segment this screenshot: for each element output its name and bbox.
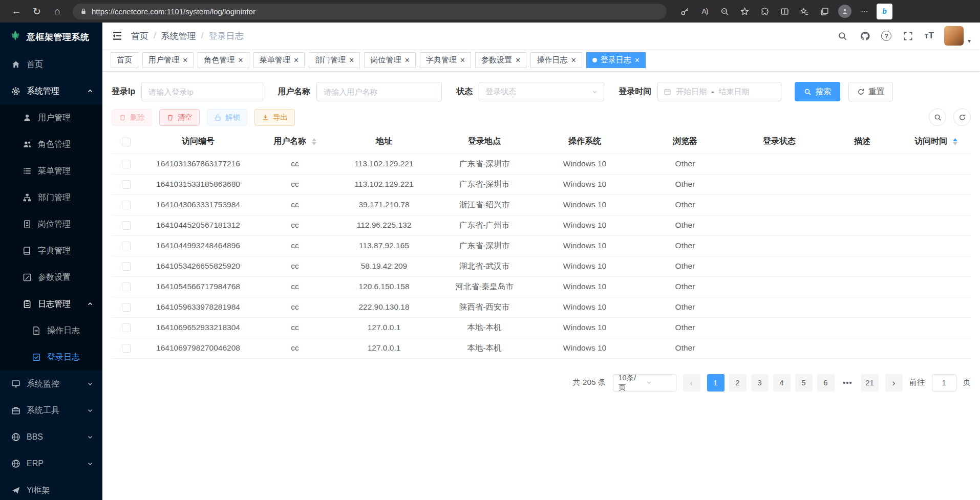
tab-用户管理[interactable]: 用户管理× <box>142 52 194 68</box>
tab-close-icon[interactable]: × <box>349 56 354 64</box>
tab-close-icon[interactable]: × <box>294 56 299 64</box>
sidebar-item-sys-monitor[interactable]: 系统监控 <box>0 371 102 397</box>
row-checkbox[interactable] <box>122 282 131 291</box>
user-avatar[interactable] <box>944 26 964 46</box>
page-size-select[interactable]: 10条/页 <box>613 374 676 392</box>
url-text[interactable]: https://ccnetcore.com:1101/system/log/lo… <box>92 7 255 16</box>
toggle-search-button[interactable] <box>929 108 946 126</box>
read-aloud-icon[interactable]: A) <box>697 4 713 19</box>
page-button-6[interactable]: 6 <box>817 374 835 392</box>
sidebar-item-yi-framework[interactable]: Yi框架 <box>0 477 102 500</box>
browser-back-icon[interactable]: ← <box>8 3 25 19</box>
status-select[interactable]: 登录状态 <box>479 82 604 101</box>
page-button-2[interactable]: 2 <box>729 374 747 392</box>
sidebar-item-op-log[interactable]: 操作日志 <box>0 317 102 344</box>
user-name-input[interactable] <box>316 82 442 101</box>
row-checkbox[interactable] <box>122 160 131 168</box>
prev-page-button[interactable]: ‹ <box>683 374 700 392</box>
col-header-visit-time[interactable]: 访问时间 <box>901 130 971 154</box>
browser-refresh-icon[interactable]: ↻ <box>29 3 45 19</box>
row-checkbox[interactable] <box>122 201 131 209</box>
browser-home-icon[interactable]: ⌂ <box>49 3 66 19</box>
sidebar-item-login-log[interactable]: 登录日志 <box>0 344 102 371</box>
breadcrumb-home[interactable]: 首页 <box>131 30 148 42</box>
tab-部门管理[interactable]: 部门管理× <box>309 52 360 68</box>
header-search-icon[interactable] <box>836 30 848 42</box>
search-button[interactable]: 搜索 <box>795 82 840 101</box>
row-checkbox[interactable] <box>122 303 131 312</box>
tab-close-icon[interactable]: × <box>460 56 465 64</box>
sidebar-item-menu-mgmt[interactable]: 菜单管理 <box>0 158 102 184</box>
tab-操作日志[interactable]: 操作日志× <box>530 52 582 68</box>
sort-icon[interactable] <box>953 138 957 145</box>
sidebar-item-user-mgmt[interactable]: 用户管理 <box>0 104 102 131</box>
row-checkbox[interactable] <box>122 242 131 250</box>
row-checkbox[interactable] <box>122 344 131 353</box>
tab-close-icon[interactable]: × <box>404 56 409 64</box>
font-size-icon[interactable]: тT <box>924 30 934 42</box>
page-button-3[interactable]: 3 <box>751 374 769 392</box>
tab-菜单管理[interactable]: 菜单管理× <box>253 52 305 68</box>
page-button-4[interactable]: 4 <box>773 374 791 392</box>
page-button-21[interactable]: 21 <box>861 374 879 392</box>
start-date-placeholder[interactable]: 开始日期 <box>676 87 707 97</box>
goto-page-input[interactable] <box>932 374 956 392</box>
page-button-5[interactable]: 5 <box>795 374 813 392</box>
sidebar-item-system-mgmt[interactable]: 系统管理 <box>0 78 102 104</box>
breadcrumb-section[interactable]: 系统管理 <box>161 30 196 42</box>
address-bar[interactable]: https://ccnetcore.com:1101/system/log/lo… <box>73 4 667 19</box>
delete-button[interactable]: 删除 <box>112 109 152 126</box>
browser-profile-icon[interactable] <box>837 4 853 19</box>
bing-icon[interactable]: b <box>877 4 892 19</box>
zoom-out-icon[interactable] <box>717 4 733 19</box>
sidebar-item-role-mgmt[interactable]: 角色管理 <box>0 131 102 158</box>
extensions-icon[interactable] <box>757 4 773 19</box>
collections-icon[interactable] <box>817 4 833 19</box>
page-ellipsis[interactable]: ••• <box>839 374 857 392</box>
row-checkbox[interactable] <box>122 180 131 189</box>
tab-角色管理[interactable]: 角色管理× <box>198 52 249 68</box>
github-icon[interactable] <box>859 30 871 42</box>
sidebar-item-log-mgmt[interactable]: 日志管理 <box>0 291 102 317</box>
sidebar-item-param-settings[interactable]: 参数设置 <box>0 264 102 291</box>
help-icon[interactable]: ? <box>881 31 891 41</box>
tab-岗位管理[interactable]: 岗位管理× <box>364 52 415 68</box>
export-button[interactable]: 导出 <box>254 109 295 126</box>
tab-close-icon[interactable]: × <box>571 56 576 64</box>
row-checkbox[interactable] <box>122 221 131 230</box>
tab-参数设置[interactable]: 参数设置× <box>475 52 526 68</box>
browser-more-icon[interactable]: ⋯ <box>857 4 872 19</box>
sort-icon[interactable] <box>312 138 316 145</box>
sidebar-item-dept-mgmt[interactable]: 部门管理 <box>0 184 102 211</box>
add-favorite-star-icon[interactable] <box>737 4 753 19</box>
reset-button[interactable]: 重置 <box>848 82 893 101</box>
clear-button[interactable]: 清空 <box>159 109 200 126</box>
next-page-button[interactable]: › <box>885 374 903 392</box>
refresh-table-button[interactable] <box>953 108 971 126</box>
tab-close-icon[interactable]: × <box>183 56 187 64</box>
sidebar-item-bbs[interactable]: BBS <box>0 424 102 450</box>
sidebar-item-erp[interactable]: ERP <box>0 450 102 477</box>
select-all-checkbox[interactable] <box>122 138 131 146</box>
password-key-icon[interactable] <box>677 4 693 19</box>
sidebar-item-sys-tools[interactable]: 系统工具 <box>0 397 102 424</box>
col-header-user-name[interactable]: 用户名称 <box>256 130 334 154</box>
row-checkbox[interactable] <box>122 323 131 332</box>
page-button-1[interactable]: 1 <box>707 374 725 392</box>
sidebar-item-post-mgmt[interactable]: 岗位管理 <box>0 211 102 237</box>
sidebar-item-dict-mgmt[interactable]: 字典管理 <box>0 237 102 264</box>
tab-字典管理[interactable]: 字典管理× <box>420 52 471 68</box>
tab-登录日志[interactable]: 登录日志× <box>586 52 646 68</box>
tab-首页[interactable]: 首页 <box>111 52 138 68</box>
sidebar-item-home[interactable]: 首页 <box>0 51 102 78</box>
tab-close-icon[interactable]: × <box>516 56 520 64</box>
unlock-button[interactable]: 解锁 <box>207 109 247 126</box>
row-checkbox[interactable] <box>122 262 131 271</box>
hamburger-icon[interactable] <box>112 30 123 41</box>
fullscreen-icon[interactable] <box>902 30 914 42</box>
split-screen-icon[interactable] <box>777 4 793 19</box>
login-ip-input[interactable] <box>141 82 263 101</box>
favorites-bar-icon[interactable] <box>797 4 813 19</box>
tab-close-icon[interactable]: × <box>238 56 243 64</box>
avatar-caret-icon[interactable]: ▾ <box>968 37 971 45</box>
